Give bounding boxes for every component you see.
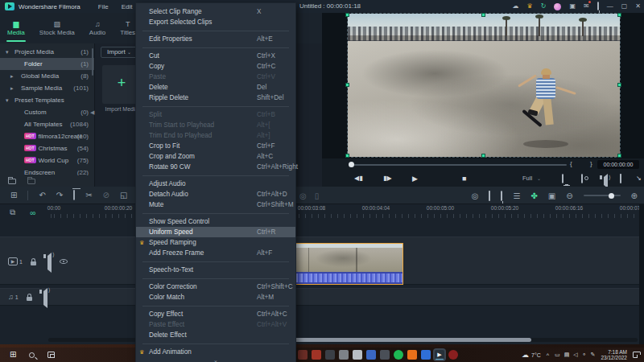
media-tree-item[interactable]: HOTWorld Cup (75) [0,154,94,167]
context-menu-item[interactable]: Paste Ctrl+V [136,72,295,82]
shortcut-grid-icon[interactable]: ⊞ [10,187,17,204]
delete-folder-icon[interactable] [27,179,35,184]
taskbar-app-icon[interactable] [394,350,403,360]
lock-track-icon[interactable] [31,261,36,265]
media-tree-item[interactable]: Endscreen (22) [0,167,94,175]
action-center-icon[interactable] [633,352,641,358]
menubar-item[interactable]: File [98,3,109,10]
speaker-icon[interactable] [601,176,608,186]
minimize-button[interactable]: — [607,0,613,13]
video-track-icon[interactable]: ▶ [8,257,18,265]
preview-zoom-select[interactable]: Full⌄ [518,173,551,183]
sync-icon[interactable]: ↻ [541,0,547,13]
selection-handle[interactable] [617,13,621,17]
delete-icon[interactable] [73,187,75,204]
audio-track-icon[interactable]: ♫ [8,293,14,301]
video-frame[interactable] [348,14,620,157]
stop-button[interactable]: ■ [462,174,466,183]
context-menu-item[interactable]: Adjust Audio [136,179,295,189]
media-tree-item[interactable]: All Templates (1084) [0,118,94,130]
tray-icon[interactable]: ▭ [555,352,560,358]
battery-dim-icon[interactable]: ▯ [315,191,320,200]
context-menu-item[interactable]: Delete Effect [136,330,295,340]
play-button[interactable]: ▶ [412,174,418,183]
context-menu-item[interactable]: Edit Properties Alt+E [136,34,295,44]
taskbar-app-icon[interactable] [325,350,335,360]
mute-track-icon[interactable] [44,256,52,270]
split-scissors-icon[interactable]: ✂ [85,187,92,204]
taskbar-app-icon[interactable] [339,350,349,360]
weather-widget[interactable]: ☁7°C [522,351,541,359]
snapshot-camera-icon[interactable] [581,174,583,183]
selection-handle[interactable] [345,83,349,87]
media-tree-item[interactable]: ▸ Sample Media (101) [0,82,94,94]
search-icon[interactable] [29,352,35,358]
lock-track-icon[interactable] [27,297,32,301]
context-menu-item[interactable]: Split Ctrl+B [136,109,295,120]
context-menu-item[interactable]: Trim Start to Playhead Alt+[ [136,120,295,130]
context-menu-item[interactable]: Detach Audio Ctrl+Alt+D [136,189,295,200]
context-menu-item[interactable]: Copy Ctrl+C [136,61,295,72]
shield-check-icon[interactable] [489,191,490,200]
mute-track-icon[interactable] [40,291,47,306]
context-menu-item[interactable]: Cut Ctrl+X [136,51,295,61]
taskbar-app-icon[interactable] [312,350,321,360]
scrubber-thumb[interactable] [349,162,354,167]
tree-arrow-icon[interactable]: ▾ [6,94,9,106]
context-menu-item[interactable]: ♛ Speed Ramping [136,237,295,248]
shield-icon[interactable] [620,174,621,183]
voiceover-mic-icon[interactable] [501,191,502,200]
zoom-slider-thumb[interactable] [609,193,614,199]
selection-handle[interactable] [617,154,621,158]
tray-icon[interactable]: ◁ [573,352,577,358]
context-menu-item[interactable]: ♛ Add Animation [136,347,295,357]
taskbar-app-icon[interactable] [448,350,458,360]
context-menu-item[interactable]: Crop and Zoom Alt+C [136,151,295,162]
context-menu-item[interactable]: Uniform Speed Ctrl+R [136,227,295,237]
context-menu-item[interactable]: Color Match Alt+M [136,292,295,302]
upgrade-crown-icon[interactable]: ♛ [527,0,533,13]
context-menu-item[interactable]: Select Clip Range X [136,6,295,17]
media-tree-item[interactable]: Folder (1) [0,58,94,70]
context-menu-item[interactable]: Add Freeze Frame Alt+F [136,248,295,258]
context-menu-item[interactable]: Paste Effect Ctrl+Alt+V [136,319,295,330]
tree-arrow-icon[interactable]: ▸ [10,82,14,94]
undo-icon[interactable]: ↶ [39,187,45,204]
fullscreen-icon[interactable]: ↘ [636,174,642,183]
media-tab[interactable]: ▆ Media [0,13,32,43]
media-tree-item[interactable]: HOTChristmas (54) [0,142,94,154]
taskbar-app-icon[interactable] [421,350,431,360]
mark-in-out-buttons[interactable]: { } [570,160,601,167]
selection-handle[interactable] [345,13,349,17]
new-folder-icon[interactable] [8,179,16,184]
account-avatar[interactable] [554,3,561,10]
taskbar-app-icon[interactable] [366,350,376,360]
selection-handle[interactable] [481,154,485,158]
tray-icon[interactable]: ✎ [591,352,596,358]
context-menu-item[interactable]: Speech-to-Text [136,265,295,275]
record-dim-icon[interactable]: ◎ [299,191,307,200]
context-menu-item[interactable]: Color Correction Ctrl+Shift+C [136,282,295,292]
display-device-icon[interactable] [562,174,564,183]
selection-handle[interactable] [617,83,621,87]
taskbar-app-icon[interactable] [353,350,362,360]
marker-disabled-icon[interactable]: ⊘ [103,187,109,204]
ai-tools-icon[interactable]: ✤ [530,191,537,200]
duplicate-icon[interactable]: ⧉ [10,208,15,217]
tree-arrow-icon[interactable]: ▸ [10,70,14,82]
media-tree-item[interactable]: ▾ Project Media (1) [0,46,94,58]
menubar-item[interactable]: Edit [122,3,133,10]
import-dropdown-button[interactable]: Import ⌄ [101,47,138,58]
fit-timeline-icon[interactable]: ▣ [548,191,555,200]
media-tab[interactable]: ▨ Stock Media [32,13,82,43]
taskbar-app-icon[interactable] [407,350,417,360]
tray-icon[interactable]: ▤ [564,352,570,358]
start-button[interactable]: ⊞ [10,348,16,362]
context-menu-item[interactable]: Ripple Delete Shift+Del [136,93,295,103]
media-tree-item[interactable]: Custom (0) [0,106,94,118]
next-frame-button[interactable]: ▮▶ [383,174,392,183]
context-menu-item[interactable]: Copy Effect Ctrl+Alt+C [136,309,295,319]
mic-titlebar-icon[interactable] [597,0,599,13]
menu-scroll-chevron-icon[interactable]: ⌄ [136,357,295,362]
hide-track-icon[interactable] [60,259,68,264]
